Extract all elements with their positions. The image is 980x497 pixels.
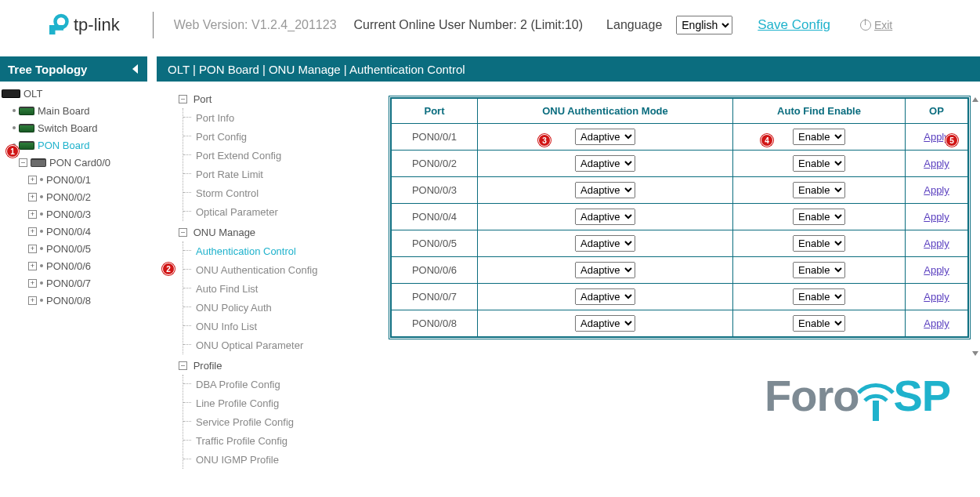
submenu-item[interactable]: DBA Profile Config	[183, 375, 389, 394]
tree-main-board[interactable]: Main Board	[2, 102, 146, 119]
submenu-item[interactable]: Service Profile Config	[183, 412, 389, 431]
tree-collapse-icon[interactable]: –	[179, 361, 187, 370]
apply-link[interactable]: Apply	[924, 291, 949, 303]
auto-find-select[interactable]: Enable	[793, 288, 845, 305]
mode-select[interactable]: Adaptive	[575, 129, 635, 145]
table-row: PON0/0/5AdaptiveEnableApply	[392, 230, 968, 257]
submenu-item[interactable]: ONU Optical Parameter	[183, 336, 389, 354]
web-version: Web Version: V1.2.4_201123	[174, 18, 337, 32]
tree-port[interactable]: +PON0/0/7	[2, 274, 146, 292]
cell-port: PON0/0/1	[392, 124, 478, 151]
port-icon	[40, 178, 43, 181]
auto-find-select[interactable]: Enable	[793, 235, 845, 252]
apply-link[interactable]: Apply	[924, 184, 949, 196]
power-icon	[860, 20, 871, 31]
submenu-group[interactable]: – Profile	[179, 356, 389, 375]
submenu-item[interactable]: Port Rate Limit	[183, 165, 389, 183]
auto-find-select[interactable]: Enable	[793, 155, 845, 172]
submenu-item[interactable]: Auto Find List	[183, 279, 389, 298]
language-select[interactable]: English	[676, 16, 732, 34]
tree-connector-icon	[13, 126, 16, 129]
auto-find-select[interactable]: Enable	[793, 315, 845, 332]
tree-olt[interactable]: OLT	[2, 85, 146, 102]
tree-collapse-icon[interactable]: –	[179, 95, 187, 103]
olt-icon	[2, 89, 20, 98]
tree-expand-icon[interactable]: +	[28, 296, 37, 305]
annotation-marker-3: 3	[538, 134, 551, 147]
topology-tree: OLT Main Board Switch Board PON Board	[0, 82, 147, 312]
tree-expand-icon[interactable]: +	[28, 210, 37, 219]
submenu-item[interactable]: ONU IGMP Profile	[183, 450, 389, 469]
tree-port[interactable]: +PON0/0/2	[2, 188, 146, 205]
mode-select[interactable]: Adaptive	[575, 235, 635, 252]
tree-collapse-icon[interactable]: –	[179, 228, 187, 237]
auto-find-select[interactable]: Enable	[793, 129, 845, 145]
header: tp-link Web Version: V1.2.4_201123 Curre…	[0, 0, 980, 50]
tree-collapse-icon[interactable]: –	[19, 158, 27, 167]
auto-find-select[interactable]: Enable	[793, 182, 845, 198]
submenu-group[interactable]: – Port	[179, 89, 389, 108]
scrollbar[interactable]	[972, 97, 978, 356]
submenu-item[interactable]: Traffic Profile Config	[183, 431, 389, 450]
col-op: OP	[906, 99, 968, 124]
apply-link[interactable]: Apply	[924, 317, 949, 329]
submenu-item[interactable]: Storm Control	[183, 183, 389, 202]
auto-find-select[interactable]: Enable	[793, 209, 845, 225]
tree-expand-icon[interactable]: +	[28, 227, 37, 236]
tree-port[interactable]: +PON0/0/3	[2, 205, 146, 223]
port-icon	[40, 281, 43, 285]
submenu-item[interactable]: ONU Authentication Config	[183, 260, 389, 279]
tree-expand-icon[interactable]: +	[28, 245, 37, 253]
tplink-icon	[47, 13, 71, 37]
exit-link[interactable]: Exit	[860, 19, 892, 31]
mode-select[interactable]: Adaptive	[575, 182, 635, 198]
tree-port[interactable]: +PON0/0/6	[2, 257, 146, 274]
col-auto: Auto Find Enable	[733, 99, 906, 124]
table-row: PON0/0/8AdaptiveEnableApply	[392, 310, 968, 337]
sidebar-collapse-button[interactable]	[127, 56, 144, 82]
apply-link[interactable]: Apply	[924, 211, 949, 223]
tree-pon-card[interactable]: – PON Card0/0	[2, 154, 146, 171]
table-row: PON0/0/2AdaptiveEnableApply	[392, 151, 968, 177]
tree-expand-icon[interactable]: +	[28, 279, 37, 288]
mode-select[interactable]: Adaptive	[575, 209, 635, 225]
table-row: PON0/0/4AdaptiveEnableApply	[392, 204, 968, 230]
board-icon	[19, 124, 34, 132]
submenu-item[interactable]: ONU Info List	[183, 317, 389, 336]
submenu-item[interactable]: Authentication Control	[183, 241, 389, 260]
tree-port[interactable]: +PON0/0/1	[2, 171, 146, 188]
save-config-link[interactable]: Save Config	[758, 17, 830, 33]
tree-expand-icon[interactable]: +	[28, 193, 37, 201]
submenu-group[interactable]: – ONU Manage	[179, 223, 389, 241]
submenu-item[interactable]: Port Extend Config	[183, 146, 389, 165]
tree-switch-board[interactable]: Switch Board	[2, 119, 146, 136]
submenu-item[interactable]: Optical Parameter	[183, 202, 389, 221]
header-divider	[153, 12, 154, 38]
mode-select[interactable]: Adaptive	[575, 155, 635, 172]
port-icon	[40, 299, 43, 302]
annotation-marker-2: 2	[162, 263, 175, 275]
submenu-item[interactable]: ONU Policy Auth	[183, 298, 389, 317]
mode-select[interactable]: Adaptive	[575, 288, 635, 305]
tree-port[interactable]: +PON0/0/8	[2, 292, 146, 309]
apply-link[interactable]: Apply	[924, 264, 949, 276]
submenu-item[interactable]: Port Config	[183, 127, 389, 146]
auth-table: Port ONU Authentication Mode Auto Find E…	[389, 96, 971, 339]
tree-expand-icon[interactable]: +	[28, 176, 37, 184]
cell-port: PON0/0/6	[392, 257, 478, 284]
submenu-item[interactable]: Port Info	[183, 108, 389, 127]
content: Port ONU Authentication Mode Auto Find E…	[389, 56, 980, 497]
auto-find-select[interactable]: Enable	[793, 262, 845, 278]
sidebar-header: Tree Topology	[0, 56, 147, 82]
apply-link[interactable]: Apply	[924, 238, 949, 249]
tree-pon-board[interactable]: PON Board	[2, 136, 146, 154]
tree-port[interactable]: +PON0/0/4	[2, 223, 146, 240]
port-icon	[40, 230, 43, 233]
mode-select[interactable]: Adaptive	[575, 315, 635, 332]
apply-link[interactable]: Apply	[924, 158, 949, 169]
wifi-icon	[854, 372, 898, 423]
mode-select[interactable]: Adaptive	[575, 262, 635, 278]
tree-expand-icon[interactable]: +	[28, 262, 37, 270]
tree-port[interactable]: +PON0/0/5	[2, 240, 146, 257]
submenu-item[interactable]: Line Profile Config	[183, 394, 389, 412]
